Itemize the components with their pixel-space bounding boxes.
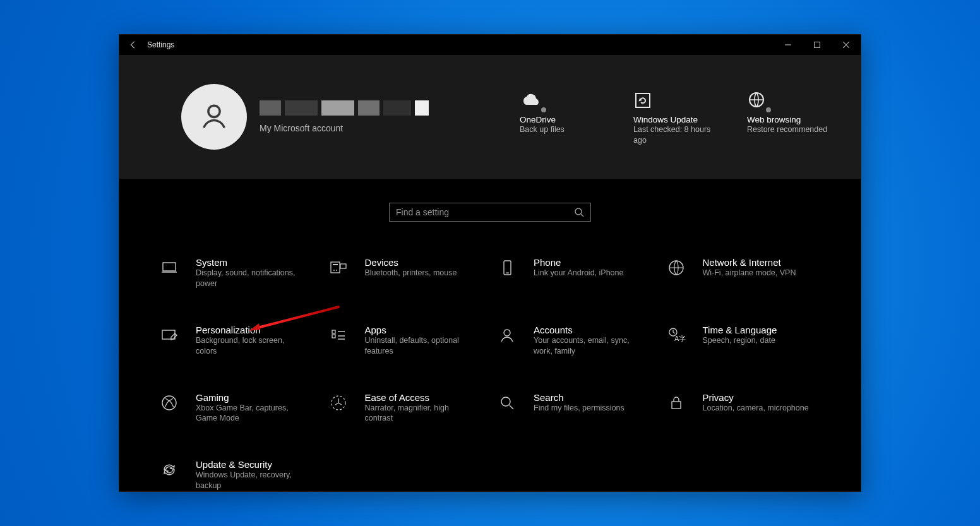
svg-rect-7 xyxy=(340,264,346,268)
search-input[interactable] xyxy=(396,207,574,217)
status-dot xyxy=(766,107,771,112)
globe-icon xyxy=(662,257,690,289)
minimize-button[interactable] xyxy=(774,35,803,55)
category-desc: Location, camera, microphone xyxy=(703,403,809,414)
category-title: Privacy xyxy=(703,392,809,403)
category-gaming[interactable]: GamingXbox Game Bar, captures, Game Mode xyxy=(155,392,318,424)
category-desc: Find my files, permissions xyxy=(534,403,624,414)
category-apps[interactable]: AppsUninstall, defaults, optional featur… xyxy=(325,325,487,357)
category-desc: Xbox Game Bar, captures, Game Mode xyxy=(196,403,303,424)
category-title: Network & Internet xyxy=(703,257,796,268)
account-section[interactable]: My Microsoft account xyxy=(181,84,520,150)
category-desc: Your accounts, email, sync, work, family xyxy=(534,335,641,357)
svg-rect-14 xyxy=(162,330,175,339)
category-system[interactable]: SystemDisplay, sound, notifications, pow… xyxy=(155,257,318,289)
maximize-icon xyxy=(814,42,820,48)
account-name-redacted xyxy=(260,100,429,116)
svg-point-1 xyxy=(208,105,220,117)
tile-title: OneDrive xyxy=(520,115,556,124)
paintbrush-icon xyxy=(155,325,183,357)
window-controls xyxy=(774,35,861,55)
xbox-icon xyxy=(155,392,183,424)
lock-icon xyxy=(662,392,690,424)
tile-sub: Back up files xyxy=(520,124,565,134)
tile-web-browsing[interactable]: Web browsing Restore recommended xyxy=(747,88,830,145)
svg-rect-5 xyxy=(163,263,176,271)
svg-point-10 xyxy=(336,270,337,271)
account-subtitle: My Microsoft account xyxy=(260,123,429,133)
search-box[interactable] xyxy=(389,203,591,222)
avatar xyxy=(181,84,247,150)
tile-title: Windows Update xyxy=(633,115,698,124)
category-desc: Wi-Fi, airplane mode, VPN xyxy=(703,268,796,278)
search-icon xyxy=(493,392,521,424)
category-title: Update & Security xyxy=(196,459,303,470)
svg-rect-6 xyxy=(331,262,340,273)
category-title: System xyxy=(196,257,303,268)
category-desc: Background, lock screen, colors xyxy=(196,335,303,357)
category-grid: SystemDisplay, sound, notifications, pow… xyxy=(155,257,825,491)
minimize-icon xyxy=(785,42,791,48)
status-dot xyxy=(541,107,546,112)
svg-rect-2 xyxy=(636,93,650,107)
category-desc: Speech, region, date xyxy=(703,335,777,346)
person-icon xyxy=(198,100,230,133)
tile-sub: Last checked: 8 hours ago xyxy=(633,124,717,145)
category-desc: Bluetooth, printers, mouse xyxy=(365,268,457,278)
apps-list-icon xyxy=(325,325,352,357)
category-title: Apps xyxy=(365,325,472,335)
svg-rect-16 xyxy=(332,335,335,338)
titlebar: Settings xyxy=(119,35,861,55)
svg-text:A字: A字 xyxy=(674,335,686,342)
ease-of-access-icon xyxy=(325,392,352,424)
category-title: Time & Language xyxy=(703,325,777,335)
svg-rect-12 xyxy=(506,273,509,273)
arrow-left-icon xyxy=(129,40,138,49)
category-ease-of-access[interactable]: Ease of AccessNarrator, magnifier, high … xyxy=(325,392,487,424)
maximize-button[interactable] xyxy=(803,35,832,55)
category-title: Ease of Access xyxy=(365,392,472,403)
laptop-icon xyxy=(155,257,183,289)
category-privacy[interactable]: PrivacyLocation, camera, microphone xyxy=(662,392,825,424)
category-title: Phone xyxy=(534,257,623,268)
category-phone[interactable]: PhoneLink your Android, iPhone xyxy=(493,257,656,289)
svg-rect-23 xyxy=(672,402,681,409)
tile-onedrive[interactable]: OneDrive Back up files xyxy=(520,88,603,145)
category-personalization[interactable]: PersonalizationBackground, lock screen, … xyxy=(155,325,318,357)
category-title: Devices xyxy=(365,257,457,268)
category-desc: Uninstall, defaults, optional features xyxy=(365,335,472,357)
category-desc: Narrator, magnifier, high contrast xyxy=(365,403,472,424)
phone-icon xyxy=(493,257,521,289)
category-accounts[interactable]: AccountsYour accounts, email, sync, work… xyxy=(493,325,656,357)
category-desc: Link your Android, iPhone xyxy=(534,268,623,278)
tile-title: Web browsing xyxy=(747,115,801,124)
sync-icon xyxy=(155,459,183,491)
search-icon xyxy=(574,207,584,217)
svg-rect-15 xyxy=(332,330,335,333)
header-tiles: OneDrive Back up files Windows Update La… xyxy=(520,88,830,145)
category-desc: Display, sound, notifications, power xyxy=(196,268,303,289)
category-devices[interactable]: DevicesBluetooth, printers, mouse xyxy=(325,257,487,289)
cloud-icon xyxy=(520,88,541,112)
tile-windows-update[interactable]: Windows Update Last checked: 8 hours ago xyxy=(633,88,717,145)
category-title: Search xyxy=(534,392,624,403)
time-language-icon: A字 xyxy=(662,325,690,357)
category-title: Personalization xyxy=(196,325,303,335)
close-icon xyxy=(843,42,849,48)
category-desc: Windows Update, recovery, backup xyxy=(196,470,303,491)
back-button[interactable] xyxy=(119,40,147,49)
svg-point-20 xyxy=(162,396,176,410)
category-update-security[interactable]: Update & SecurityWindows Update, recover… xyxy=(155,459,318,491)
svg-rect-8 xyxy=(333,264,338,265)
category-search[interactable]: SearchFind my files, permissions xyxy=(493,392,656,424)
category-network[interactable]: Network & InternetWi-Fi, airplane mode, … xyxy=(662,257,825,289)
account-text: My Microsoft account xyxy=(260,100,429,133)
svg-rect-0 xyxy=(815,42,820,48)
category-time-language[interactable]: A字 Time & LanguageSpeech, region, date xyxy=(662,325,825,357)
close-button[interactable] xyxy=(832,35,861,55)
devices-icon xyxy=(325,257,352,289)
svg-point-4 xyxy=(575,208,582,215)
svg-point-22 xyxy=(501,397,510,406)
body: SystemDisplay, sound, notifications, pow… xyxy=(119,179,861,491)
tile-sub: Restore recommended xyxy=(747,124,827,134)
